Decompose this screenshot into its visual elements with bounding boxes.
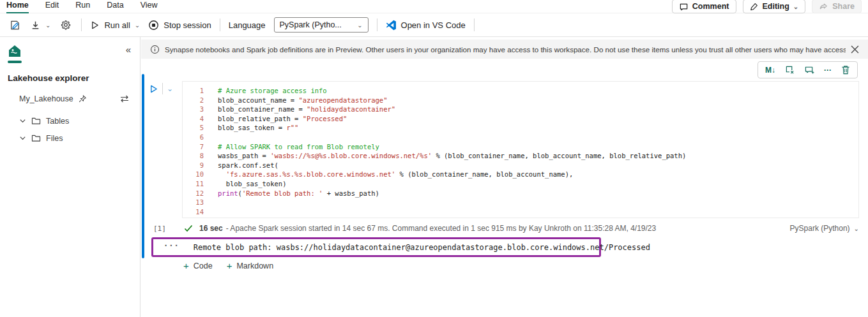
share-icon — [819, 2, 828, 11]
comment-label: Comment — [692, 2, 729, 11]
code-editor[interactable]: 1# Azure storage access info2blob_accoun… — [182, 81, 859, 218]
menu-item-edit[interactable]: Edit — [45, 0, 59, 14]
menu-bar: HomeEditRunDataView Comment Editing ⌄ — [0, 0, 868, 13]
line-number: 13 — [183, 198, 204, 207]
collapse-sidebar-icon[interactable]: « — [126, 45, 131, 54]
kernel-selector[interactable]: PySpark (Python) ⌄ — [790, 224, 859, 233]
add-cell-row: + Code + Markdown — [183, 261, 273, 270]
code-text: # Allow SPARK to read from Blob remotely — [204, 142, 379, 152]
language-select[interactable]: PySpark (Pytho... ⌄ — [274, 17, 369, 33]
lakehouse-item[interactable]: My_Lakehouse — [0, 83, 140, 103]
lakehouse-name: My_Lakehouse — [19, 94, 73, 103]
convert-to-markdown-icon[interactable]: M↓ — [765, 66, 775, 75]
code-line: 3blob_container_name = "holidaydataconta… — [183, 105, 858, 114]
language-value: PySpark (Pytho... — [280, 20, 342, 29]
menu-item-view[interactable]: View — [141, 0, 158, 14]
pencil-icon — [750, 2, 759, 11]
active-tab-indicator — [8, 61, 22, 63]
notebook-toolbar: ⌄ Run all ⌄ Stop session Language P — [0, 13, 868, 37]
add-code-cell-button[interactable]: + Code — [183, 261, 213, 270]
code-line: 7# Allow SPARK to read from Blob remotel… — [183, 142, 858, 152]
cell-run-controls: ⌄ — [149, 83, 173, 94]
vscode-icon — [386, 20, 397, 31]
code-text: blob_container_name = "holidaydatacontai… — [204, 105, 395, 114]
banner-text: Synapse notebooks and Spark job definiti… — [165, 45, 846, 54]
code-text: print('Remote blob path: ' + wasbs_path) — [204, 189, 379, 198]
more-options-icon[interactable]: ··· — [824, 66, 832, 75]
lakehouse-sidebar: « Lakehouse explorer My_Lakehouse Tables… — [0, 37, 141, 317]
save-notebook-icon[interactable] — [8, 18, 22, 32]
code-line: 10 'fs.azure.sas.%s.%s.blob.core.windows… — [183, 170, 858, 179]
chevron-down-icon: ⌄ — [135, 22, 140, 29]
switch-lakehouse-icon[interactable] — [119, 94, 130, 103]
chevron-down-icon: ⌄ — [854, 225, 859, 232]
settings-gear-icon[interactable] — [59, 18, 73, 32]
code-line: 4blob_relative_path = "Processed" — [183, 114, 858, 124]
clear-output-icon[interactable] — [785, 65, 795, 75]
chevron-down-icon: ⌄ — [793, 3, 798, 10]
code-text: blob_relative_path = "Processed" — [204, 114, 347, 124]
menu-item-data[interactable]: Data — [107, 0, 123, 14]
code-line: 8wasbs_path = 'wasbs://%s@%s.blob.core.w… — [183, 151, 858, 161]
folder-icon — [31, 134, 41, 142]
menu-item-run[interactable]: Run — [75, 0, 90, 14]
tree-item-tables[interactable]: Tables — [19, 112, 140, 129]
plus-icon: + — [183, 261, 189, 270]
run-options-chevron-icon[interactable]: ⌄ — [167, 84, 173, 93]
code-line: 11 blob_sas_token) — [183, 179, 858, 189]
share-label: Share — [832, 2, 855, 11]
code-text: 'fs.azure.sas.%s.%s.blob.core.windows.ne… — [204, 170, 573, 179]
banner-close-icon[interactable] — [851, 45, 859, 54]
code-line: 14 — [183, 207, 858, 217]
divider — [220, 18, 220, 31]
comment-button[interactable]: Comment — [672, 0, 736, 13]
download-button[interactable]: ⌄ — [30, 20, 50, 31]
menu-item-home[interactable]: Home — [6, 0, 29, 14]
tree-item-label: Tables — [46, 117, 69, 126]
code-line: 13 — [183, 198, 858, 207]
stop-session-label: Stop session — [164, 20, 211, 30]
add-comment-icon[interactable] — [804, 65, 814, 75]
code-line: 12print('Remote blob path: ' + wasbs_pat… — [183, 189, 858, 198]
code-text: wasbs_path = 'wasbs://%s@%s.blob.core.wi… — [204, 151, 686, 161]
tree-item-files[interactable]: Files — [19, 129, 140, 147]
open-vscode-button[interactable]: Open in VS Code — [386, 20, 466, 31]
divider — [162, 83, 163, 94]
editing-label: Editing — [763, 2, 789, 11]
code-text: blob_sas_token = r"" — [204, 123, 298, 133]
line-number: 2 — [183, 96, 204, 105]
run-cell-icon[interactable] — [149, 84, 158, 94]
cell-output-highlighted: ··· Remote blob path: wasbs://holidaydat… — [151, 237, 601, 257]
delete-cell-icon[interactable] — [841, 65, 850, 75]
chevron-down-icon[interactable] — [19, 135, 26, 142]
collapse-output-icon[interactable]: ··· — [153, 241, 194, 254]
line-number: 14 — [183, 207, 204, 217]
editing-button[interactable]: Editing ⌄ — [743, 0, 806, 13]
share-button[interactable]: Share — [812, 0, 862, 13]
run-all-label: Run all — [104, 20, 130, 30]
notebook-app: HomeEditRunDataView Comment Editing ⌄ — [0, 0, 868, 317]
add-markdown-cell-button[interactable]: + Markdown — [227, 261, 273, 270]
run-all-button[interactable]: Run all ⌄ — [90, 20, 140, 30]
folder-icon — [31, 117, 41, 125]
tree-item-label: Files — [46, 134, 63, 143]
line-number: 9 — [183, 161, 204, 170]
comment-icon — [679, 2, 689, 11]
duration: 16 sec — [199, 224, 223, 233]
code-line: 2blob_account_name = "azureopendatastora… — [183, 96, 858, 105]
status-detail: - Apache Spark session started in 14 sec… — [226, 224, 656, 233]
stop-session-button[interactable]: Stop session — [148, 20, 211, 31]
code-line: 9spark.conf.set( — [183, 161, 858, 170]
cell-status-row: [1] 16 sec - Apache Spark session starte… — [153, 221, 859, 235]
line-number: 6 — [183, 133, 204, 142]
line-number: 8 — [183, 151, 204, 161]
code-text: blob_sas_token) — [204, 179, 286, 189]
vscode-label: Open in VS Code — [401, 20, 466, 30]
line-number: 1 — [183, 86, 204, 96]
chevron-down-icon[interactable] — [19, 117, 26, 124]
code-text — [204, 207, 218, 217]
code-text: spark.conf.set( — [204, 161, 278, 170]
pin-icon[interactable] — [78, 94, 87, 103]
lakehouse-tab[interactable] — [8, 45, 22, 63]
output-text: Remote blob path: wasbs://holidaydatacon… — [194, 243, 650, 252]
